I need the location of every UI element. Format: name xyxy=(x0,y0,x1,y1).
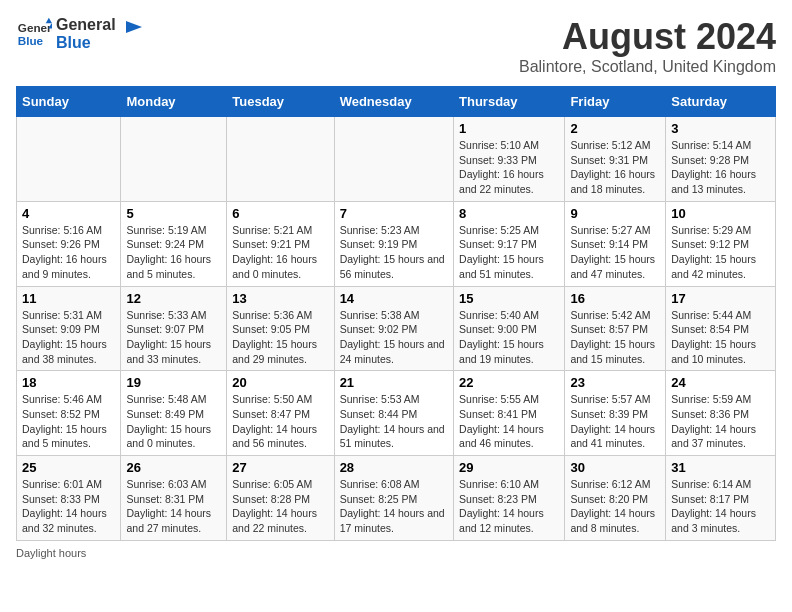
day-number: 2 xyxy=(570,121,660,136)
calendar-week-row: 18Sunrise: 5:46 AMSunset: 8:52 PMDayligh… xyxy=(17,371,776,456)
cell-content: Sunrise: 5:57 AMSunset: 8:39 PMDaylight:… xyxy=(570,392,660,451)
day-number: 28 xyxy=(340,460,448,475)
logo-flag-icon xyxy=(122,19,144,41)
cell-content: Sunrise: 5:29 AMSunset: 9:12 PMDaylight:… xyxy=(671,223,770,282)
page-subtitle: Balintore, Scotland, United Kingdom xyxy=(519,58,776,76)
column-header-tuesday: Tuesday xyxy=(227,87,334,117)
day-number: 7 xyxy=(340,206,448,221)
calendar-week-row: 25Sunrise: 6:01 AMSunset: 8:33 PMDayligh… xyxy=(17,456,776,541)
footer-note: Daylight hours xyxy=(16,547,776,559)
cell-content: Sunrise: 5:40 AMSunset: 9:00 PMDaylight:… xyxy=(459,308,559,367)
day-number: 11 xyxy=(22,291,115,306)
calendar-week-row: 11Sunrise: 5:31 AMSunset: 9:09 PMDayligh… xyxy=(17,286,776,371)
calendar-cell: 13Sunrise: 5:36 AMSunset: 9:05 PMDayligh… xyxy=(227,286,334,371)
day-number: 4 xyxy=(22,206,115,221)
calendar-cell: 7Sunrise: 5:23 AMSunset: 9:19 PMDaylight… xyxy=(334,201,453,286)
calendar-cell: 16Sunrise: 5:42 AMSunset: 8:57 PMDayligh… xyxy=(565,286,666,371)
day-number: 14 xyxy=(340,291,448,306)
cell-content: Sunrise: 5:42 AMSunset: 8:57 PMDaylight:… xyxy=(570,308,660,367)
day-number: 30 xyxy=(570,460,660,475)
cell-content: Sunrise: 5:38 AMSunset: 9:02 PMDaylight:… xyxy=(340,308,448,367)
calendar-header-row: SundayMondayTuesdayWednesdayThursdayFrid… xyxy=(17,87,776,117)
day-number: 3 xyxy=(671,121,770,136)
cell-content: Sunrise: 6:12 AMSunset: 8:20 PMDaylight:… xyxy=(570,477,660,536)
cell-content: Sunrise: 5:23 AMSunset: 9:19 PMDaylight:… xyxy=(340,223,448,282)
day-number: 15 xyxy=(459,291,559,306)
title-area: August 2024 Balintore, Scotland, United … xyxy=(519,16,776,76)
day-number: 27 xyxy=(232,460,328,475)
day-number: 1 xyxy=(459,121,559,136)
calendar-cell: 1Sunrise: 5:10 AMSunset: 9:33 PMDaylight… xyxy=(454,117,565,202)
svg-marker-4 xyxy=(126,21,142,33)
calendar-week-row: 1Sunrise: 5:10 AMSunset: 9:33 PMDaylight… xyxy=(17,117,776,202)
day-number: 10 xyxy=(671,206,770,221)
day-number: 16 xyxy=(570,291,660,306)
calendar-cell: 29Sunrise: 6:10 AMSunset: 8:23 PMDayligh… xyxy=(454,456,565,541)
day-number: 5 xyxy=(126,206,221,221)
calendar-cell: 10Sunrise: 5:29 AMSunset: 9:12 PMDayligh… xyxy=(666,201,776,286)
calendar-cell: 18Sunrise: 5:46 AMSunset: 8:52 PMDayligh… xyxy=(17,371,121,456)
cell-content: Sunrise: 5:10 AMSunset: 9:33 PMDaylight:… xyxy=(459,138,559,197)
cell-content: Sunrise: 5:31 AMSunset: 9:09 PMDaylight:… xyxy=(22,308,115,367)
cell-content: Sunrise: 5:27 AMSunset: 9:14 PMDaylight:… xyxy=(570,223,660,282)
day-number: 19 xyxy=(126,375,221,390)
calendar-cell: 21Sunrise: 5:53 AMSunset: 8:44 PMDayligh… xyxy=(334,371,453,456)
calendar-cell: 17Sunrise: 5:44 AMSunset: 8:54 PMDayligh… xyxy=(666,286,776,371)
cell-content: Sunrise: 6:10 AMSunset: 8:23 PMDaylight:… xyxy=(459,477,559,536)
logo-blue: Blue xyxy=(56,34,116,52)
calendar-cell: 8Sunrise: 5:25 AMSunset: 9:17 PMDaylight… xyxy=(454,201,565,286)
logo: General Blue General Blue xyxy=(16,16,144,52)
calendar-cell: 15Sunrise: 5:40 AMSunset: 9:00 PMDayligh… xyxy=(454,286,565,371)
calendar-cell xyxy=(121,117,227,202)
calendar-cell: 27Sunrise: 6:05 AMSunset: 8:28 PMDayligh… xyxy=(227,456,334,541)
cell-content: Sunrise: 5:14 AMSunset: 9:28 PMDaylight:… xyxy=(671,138,770,197)
day-number: 18 xyxy=(22,375,115,390)
cell-content: Sunrise: 5:33 AMSunset: 9:07 PMDaylight:… xyxy=(126,308,221,367)
day-number: 17 xyxy=(671,291,770,306)
column-header-thursday: Thursday xyxy=(454,87,565,117)
column-header-monday: Monday xyxy=(121,87,227,117)
day-number: 25 xyxy=(22,460,115,475)
page-title: August 2024 xyxy=(519,16,776,58)
cell-content: Sunrise: 5:36 AMSunset: 9:05 PMDaylight:… xyxy=(232,308,328,367)
column-header-sunday: Sunday xyxy=(17,87,121,117)
day-number: 31 xyxy=(671,460,770,475)
cell-content: Sunrise: 6:05 AMSunset: 8:28 PMDaylight:… xyxy=(232,477,328,536)
cell-content: Sunrise: 5:25 AMSunset: 9:17 PMDaylight:… xyxy=(459,223,559,282)
cell-content: Sunrise: 6:03 AMSunset: 8:31 PMDaylight:… xyxy=(126,477,221,536)
day-number: 8 xyxy=(459,206,559,221)
daylight-label: Daylight hours xyxy=(16,547,86,559)
calendar-cell: 20Sunrise: 5:50 AMSunset: 8:47 PMDayligh… xyxy=(227,371,334,456)
cell-content: Sunrise: 5:53 AMSunset: 8:44 PMDaylight:… xyxy=(340,392,448,451)
day-number: 24 xyxy=(671,375,770,390)
cell-content: Sunrise: 5:21 AMSunset: 9:21 PMDaylight:… xyxy=(232,223,328,282)
calendar-cell: 28Sunrise: 6:08 AMSunset: 8:25 PMDayligh… xyxy=(334,456,453,541)
calendar-cell: 30Sunrise: 6:12 AMSunset: 8:20 PMDayligh… xyxy=(565,456,666,541)
calendar-cell: 22Sunrise: 5:55 AMSunset: 8:41 PMDayligh… xyxy=(454,371,565,456)
logo-icon: General Blue xyxy=(16,16,52,52)
calendar-cell: 3Sunrise: 5:14 AMSunset: 9:28 PMDaylight… xyxy=(666,117,776,202)
calendar-cell: 14Sunrise: 5:38 AMSunset: 9:02 PMDayligh… xyxy=(334,286,453,371)
calendar-cell: 25Sunrise: 6:01 AMSunset: 8:33 PMDayligh… xyxy=(17,456,121,541)
calendar-cell: 23Sunrise: 5:57 AMSunset: 8:39 PMDayligh… xyxy=(565,371,666,456)
column-header-friday: Friday xyxy=(565,87,666,117)
calendar-cell: 2Sunrise: 5:12 AMSunset: 9:31 PMDaylight… xyxy=(565,117,666,202)
calendar-week-row: 4Sunrise: 5:16 AMSunset: 9:26 PMDaylight… xyxy=(17,201,776,286)
day-number: 29 xyxy=(459,460,559,475)
calendar-cell: 11Sunrise: 5:31 AMSunset: 9:09 PMDayligh… xyxy=(17,286,121,371)
cell-content: Sunrise: 5:12 AMSunset: 9:31 PMDaylight:… xyxy=(570,138,660,197)
calendar-cell: 26Sunrise: 6:03 AMSunset: 8:31 PMDayligh… xyxy=(121,456,227,541)
svg-text:Blue: Blue xyxy=(18,34,44,47)
cell-content: Sunrise: 5:19 AMSunset: 9:24 PMDaylight:… xyxy=(126,223,221,282)
calendar-cell xyxy=(334,117,453,202)
day-number: 20 xyxy=(232,375,328,390)
cell-content: Sunrise: 6:14 AMSunset: 8:17 PMDaylight:… xyxy=(671,477,770,536)
cell-content: Sunrise: 5:48 AMSunset: 8:49 PMDaylight:… xyxy=(126,392,221,451)
calendar-table: SundayMondayTuesdayWednesdayThursdayFrid… xyxy=(16,86,776,541)
cell-content: Sunrise: 5:59 AMSunset: 8:36 PMDaylight:… xyxy=(671,392,770,451)
day-number: 23 xyxy=(570,375,660,390)
calendar-cell: 31Sunrise: 6:14 AMSunset: 8:17 PMDayligh… xyxy=(666,456,776,541)
calendar-cell: 5Sunrise: 5:19 AMSunset: 9:24 PMDaylight… xyxy=(121,201,227,286)
logo-general: General xyxy=(56,16,116,34)
calendar-cell: 24Sunrise: 5:59 AMSunset: 8:36 PMDayligh… xyxy=(666,371,776,456)
